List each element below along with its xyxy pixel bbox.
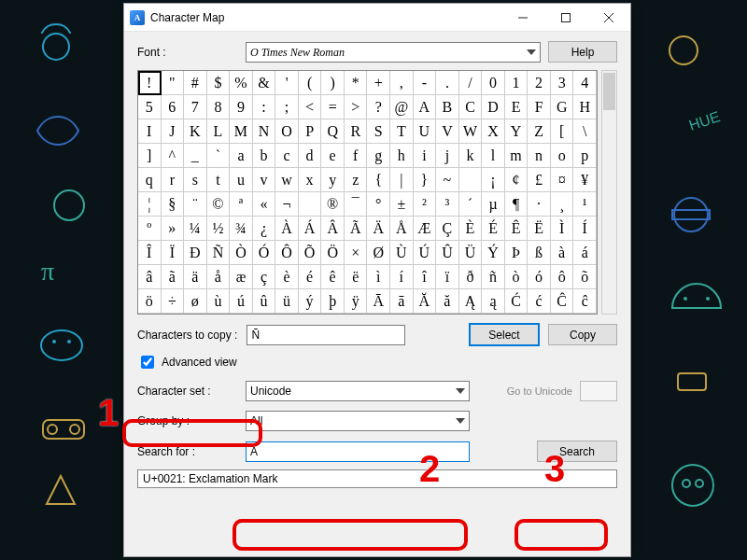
char-cell[interactable]: X <box>482 119 505 144</box>
char-cell[interactable]: y <box>321 168 345 192</box>
char-cell[interactable]: ? <box>367 95 390 119</box>
char-cell[interactable]: = <box>321 95 345 119</box>
char-cell[interactable]: Ð <box>184 241 207 265</box>
copy-button[interactable]: Copy <box>548 324 617 345</box>
char-cell[interactable]: f <box>345 144 368 168</box>
char-cell[interactable]: ý <box>299 289 322 314</box>
char-cell[interactable]: ^ <box>162 144 185 168</box>
char-cell[interactable]: > <box>345 95 368 119</box>
char-cell[interactable]: u <box>230 168 253 192</box>
char-cell[interactable]: õ <box>573 265 597 289</box>
titlebar[interactable]: Character Map <box>124 4 630 32</box>
char-cell[interactable]: . <box>436 71 459 95</box>
char-cell[interactable]: + <box>367 71 390 95</box>
char-cell[interactable]: ü <box>275 289 299 314</box>
char-cell[interactable]: N <box>253 119 276 144</box>
char-cell[interactable]: s <box>184 168 207 192</box>
char-cell[interactable]: ô <box>551 265 574 289</box>
char-cell[interactable]: Õ <box>299 241 322 265</box>
char-cell[interactable]: $ <box>207 71 231 95</box>
char-cell[interactable]: Z <box>528 119 551 144</box>
char-cell[interactable]: 8 <box>207 95 231 119</box>
char-cell[interactable]: ) <box>321 71 345 95</box>
char-cell[interactable]: g <box>367 144 390 168</box>
char-cell[interactable]: ~ <box>436 168 459 192</box>
character-grid[interactable]: !"#$%&'()*+,-./0123456789:;<=>?@ABCDEFGH… <box>137 70 598 315</box>
char-cell[interactable]: º <box>138 217 162 241</box>
char-cell[interactable]: 6 <box>162 95 185 119</box>
char-cell[interactable]: W <box>459 119 483 144</box>
font-select[interactable]: O Times New Roman <box>246 42 541 63</box>
char-cell[interactable]: Y <box>505 119 529 144</box>
char-cell[interactable]: Ä <box>367 217 390 241</box>
char-cell[interactable]: Û <box>436 241 459 265</box>
maximize-button[interactable] <box>544 4 587 31</box>
char-cell[interactable]: ® <box>321 192 345 217</box>
char-cell[interactable]: C <box>459 95 483 119</box>
char-cell[interactable]: Á <box>299 217 322 241</box>
char-cell[interactable]: @ <box>390 95 414 119</box>
advanced-view-label[interactable]: Advanced view <box>162 356 237 369</box>
groupby-select[interactable]: All <box>246 411 470 431</box>
char-cell[interactable]: 4 <box>573 71 597 95</box>
char-cell[interactable]: Ú <box>414 241 437 265</box>
char-cell[interactable]: Þ <box>505 241 529 265</box>
char-cell[interactable]: ø <box>184 289 207 314</box>
char-cell[interactable]: ð <box>459 265 483 289</box>
char-cell[interactable]: à <box>551 241 574 265</box>
char-cell[interactable]: § <box>162 192 185 217</box>
char-cell[interactable]: Ă <box>414 289 437 314</box>
char-cell[interactable]: ă <box>436 289 459 314</box>
char-cell[interactable]: ê <box>321 265 345 289</box>
char-cell[interactable]: Ç <box>436 217 459 241</box>
char-cell[interactable]: ´ <box>459 192 483 217</box>
char-cell[interactable]: 5 <box>138 95 162 119</box>
char-cell[interactable]: ¾ <box>230 217 253 241</box>
char-cell[interactable]: S <box>367 119 390 144</box>
char-cell[interactable]: / <box>459 71 483 95</box>
char-cell[interactable]: ± <box>390 192 414 217</box>
char-cell[interactable]: ç <box>253 265 276 289</box>
char-cell[interactable]: µ <box>482 192 505 217</box>
char-cell[interactable]: þ <box>321 289 345 314</box>
char-cell[interactable]: E <box>505 95 529 119</box>
char-cell[interactable]: ÿ <box>345 289 368 314</box>
char-cell[interactable]: Å <box>390 217 414 241</box>
char-cell[interactable]: æ <box>230 265 253 289</box>
char-cell[interactable]: H <box>573 95 597 119</box>
char-cell[interactable]: » <box>162 217 185 241</box>
char-cell[interactable]: Ê <box>505 217 529 241</box>
char-cell[interactable]: ¼ <box>184 217 207 241</box>
char-cell[interactable]: É <box>482 217 505 241</box>
char-cell[interactable]: Ó <box>253 241 276 265</box>
char-cell[interactable]: ² <box>414 192 437 217</box>
char-cell[interactable]: ë <box>345 265 368 289</box>
char-cell[interactable]: i <box>414 144 437 168</box>
char-cell[interactable]: t <box>207 168 231 192</box>
char-cell[interactable]: Ã <box>345 217 368 241</box>
char-cell[interactable]: z <box>345 168 368 192</box>
char-cell[interactable]: « <box>253 192 276 217</box>
char-cell[interactable]: { <box>367 168 390 192</box>
char-cell[interactable]: Ö <box>321 241 345 265</box>
char-cell[interactable]: k <box>459 144 483 168</box>
char-cell[interactable]: Q <box>321 119 345 144</box>
char-cell[interactable]: ( <box>299 71 322 95</box>
char-cell[interactable]: v <box>253 168 276 192</box>
char-cell[interactable]: ¯ <box>345 192 368 217</box>
char-cell[interactable]: Ý <box>482 241 505 265</box>
charset-select[interactable]: Unicode <box>246 381 470 401</box>
char-cell[interactable]: ì <box>367 265 390 289</box>
char-cell[interactable]: P <box>299 119 322 144</box>
char-cell[interactable]: ' <box>275 71 299 95</box>
char-cell[interactable]: R <box>345 119 368 144</box>
char-cell[interactable]: ć <box>528 289 551 314</box>
char-cell[interactable]: ó <box>528 265 551 289</box>
grid-scrollbar[interactable] <box>601 70 617 315</box>
char-cell[interactable]: é <box>299 265 322 289</box>
char-cell[interactable]: © <box>207 192 231 217</box>
char-cell[interactable]: â <box>138 265 162 289</box>
char-cell[interactable]: & <box>253 71 276 95</box>
char-cell[interactable]: G <box>551 95 574 119</box>
goto-unicode-input[interactable] <box>580 381 617 401</box>
